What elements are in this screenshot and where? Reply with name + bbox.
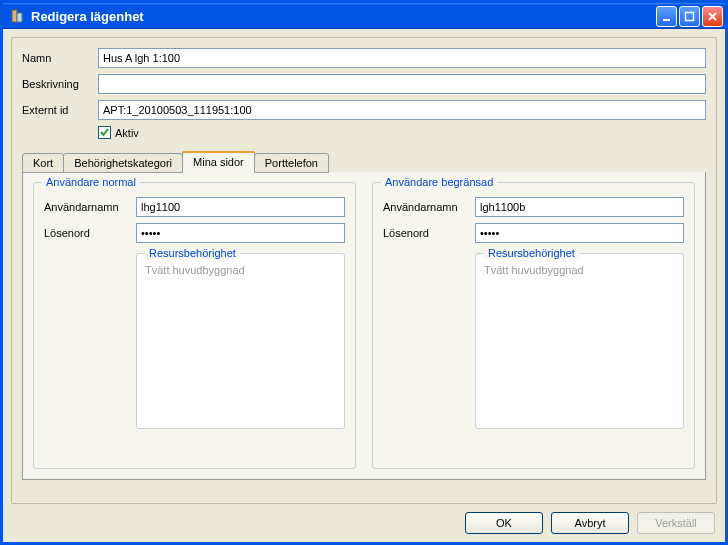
app-window: Redigera lägenhet Namn Beskrivning: [0, 0, 728, 545]
row-name: Namn: [22, 48, 706, 68]
resource-box-normal: Resursbehörighet Tvätt huvudbyggnad: [136, 253, 345, 429]
tab-panel-mina-sidor: Användare normal Användarnamn Lösenord R…: [22, 172, 706, 480]
description-input[interactable]: [98, 74, 706, 94]
label-active: Aktiv: [115, 127, 139, 139]
username-limited-input[interactable]: [475, 197, 684, 217]
dialog-buttons: OK Avbryt Verkställ: [3, 512, 725, 542]
username-normal-input[interactable]: [136, 197, 345, 217]
resource-item-limited[interactable]: Tvätt huvudbyggnad: [484, 264, 675, 276]
client-area: Namn Beskrivning Externt id Aktiv Kort B…: [3, 29, 725, 542]
tab-behorighetskategori[interactable]: Behörighetskategori: [63, 153, 183, 173]
label-password-limited: Lösenord: [383, 227, 475, 239]
titlebar[interactable]: Redigera lägenhet: [3, 3, 725, 29]
name-input[interactable]: [98, 48, 706, 68]
label-password-normal: Lösenord: [44, 227, 136, 239]
tab-porttelefon[interactable]: Porttelefon: [254, 153, 329, 173]
svg-rect-0: [12, 10, 17, 22]
window-title: Redigera lägenhet: [31, 9, 656, 24]
close-button[interactable]: [702, 6, 723, 27]
label-username-limited: Användarnamn: [383, 201, 475, 213]
svg-rect-1: [17, 13, 22, 22]
content-panel: Namn Beskrivning Externt id Aktiv Kort B…: [11, 37, 717, 504]
label-external-id: Externt id: [22, 104, 98, 116]
cancel-button[interactable]: Avbryt: [551, 512, 629, 534]
window-buttons: [656, 6, 723, 27]
maximize-button[interactable]: [679, 6, 700, 27]
row-external-id: Externt id: [22, 100, 706, 120]
legend-resource-limited: Resursbehörighet: [484, 247, 579, 259]
legend-resource-normal: Resursbehörighet: [145, 247, 240, 259]
label-username-normal: Användarnamn: [44, 201, 136, 213]
row-description: Beskrivning: [22, 74, 706, 94]
active-checkbox[interactable]: [98, 126, 111, 139]
app-icon: [9, 8, 25, 24]
resource-box-limited: Resursbehörighet Tvätt huvudbyggnad: [475, 253, 684, 429]
tab-kort[interactable]: Kort: [22, 153, 64, 173]
label-description: Beskrivning: [22, 78, 98, 90]
external-id-input[interactable]: [98, 100, 706, 120]
row-active: Aktiv: [98, 126, 706, 139]
tab-bar: Kort Behörighetskategori Mina sidor Port…: [22, 153, 706, 173]
legend-user-normal: Användare normal: [42, 176, 140, 188]
svg-rect-2: [663, 19, 670, 21]
label-name: Namn: [22, 52, 98, 64]
group-user-normal: Användare normal Användarnamn Lösenord R…: [33, 182, 356, 469]
group-user-limited: Användare begränsad Användarnamn Lösenor…: [372, 182, 695, 469]
ok-button[interactable]: OK: [465, 512, 543, 534]
svg-rect-3: [686, 12, 694, 20]
resource-item-normal[interactable]: Tvätt huvudbyggnad: [145, 264, 336, 276]
apply-button: Verkställ: [637, 512, 715, 534]
legend-user-limited: Användare begränsad: [381, 176, 497, 188]
password-normal-input[interactable]: [136, 223, 345, 243]
password-limited-input[interactable]: [475, 223, 684, 243]
minimize-button[interactable]: [656, 6, 677, 27]
tab-mina-sidor[interactable]: Mina sidor: [182, 151, 255, 173]
